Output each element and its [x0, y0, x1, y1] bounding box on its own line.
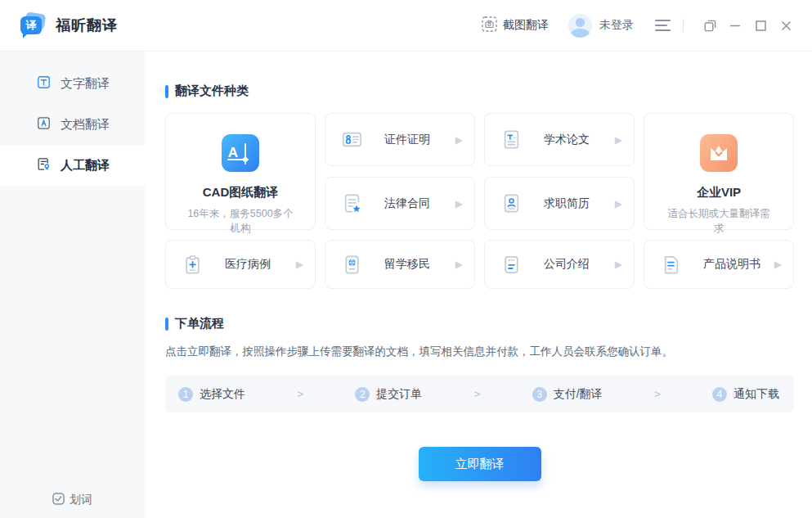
academic-paper-icon	[500, 128, 523, 151]
category-card-legal-contract[interactable]: 法律合同 ▶	[325, 177, 475, 230]
sidebar-item-human-translate[interactable]: 人工翻译	[0, 145, 145, 186]
menu-icon[interactable]	[655, 20, 671, 31]
category-card-medical-record[interactable]: 医疗病例 ▶	[165, 240, 316, 289]
title-bar: 译 福昕翻译 截图翻译 未登录	[0, 0, 812, 52]
step-arrow: >	[474, 388, 481, 400]
featured-card-subtitle: 16年来，服务5500多个机构	[186, 206, 295, 236]
featured-card-subtitle: 适合长期或大量翻译需求	[664, 206, 774, 236]
chevron-right-icon: ▶	[455, 259, 463, 270]
screenshot-camera-icon	[482, 16, 497, 34]
doc-translate-icon	[36, 115, 52, 133]
sidebar-item-label: 文档翻译	[61, 117, 110, 133]
category-card-product-manual[interactable]: 产品说明书 ▶	[644, 240, 794, 289]
main-content: 翻译文件种类 A CAD图纸翻译 16年来，服务5500多个机构	[145, 52, 812, 518]
category-label: 产品说明书	[703, 257, 760, 272]
chevron-right-icon: ▶	[455, 134, 463, 146]
category-card-company-intro[interactable]: 公司介绍 ▶	[484, 240, 635, 289]
process-description: 点击立即翻译，按照操作步骤上传需要翻译的文档，填写相关信息并付款，工作人员会联系…	[165, 345, 812, 359]
category-label: 医疗病例	[225, 257, 271, 272]
step-number-badge: 1	[178, 387, 193, 402]
close-icon[interactable]	[776, 16, 796, 35]
featured-card-title: CAD图纸翻译	[203, 185, 279, 200]
chevron-right-icon: ▶	[615, 134, 622, 146]
mini-mode-icon[interactable]	[700, 16, 720, 35]
category-label: 证件证明	[384, 133, 430, 147]
screenshot-translate-button[interactable]: 截图翻译	[482, 16, 549, 34]
minimize-icon[interactable]	[725, 16, 745, 35]
checkbox-checked-icon	[52, 493, 65, 507]
category-label: 法律合同	[384, 196, 430, 211]
human-translate-icon	[36, 156, 52, 174]
study-abroad-passport-icon	[341, 254, 363, 276]
step-submit-order: 2 提交订单	[355, 387, 422, 402]
category-label: 公司介绍	[544, 257, 590, 272]
sidebar: 文字翻译 文档翻译 人工翻译	[0, 52, 145, 518]
word-lookup-label: 划词	[70, 493, 92, 507]
sidebar-item-label: 人工翻译	[61, 158, 110, 173]
step-number-badge: 4	[712, 387, 727, 402]
step-number-badge: 2	[355, 387, 370, 402]
step-arrow: >	[654, 388, 661, 400]
category-label: 求职简历	[544, 196, 590, 211]
svg-text:A: A	[228, 145, 238, 160]
section-title: 翻译文件种类	[175, 83, 249, 99]
section-file-types: 翻译文件种类	[165, 83, 812, 99]
step-select-file: 1 选择文件	[178, 387, 245, 402]
company-intro-icon	[500, 254, 523, 276]
section-accent-bar	[165, 85, 168, 98]
chevron-right-icon: ▶	[774, 259, 782, 270]
text-translate-icon	[36, 74, 52, 92]
word-lookup-toggle[interactable]: 划词	[0, 493, 145, 507]
product-manual-icon	[660, 254, 682, 276]
chevron-right-icon: ▶	[296, 259, 303, 270]
category-card-resume[interactable]: 求职简历 ▶	[484, 177, 635, 230]
order-steps-bar: 1 选择文件 > 2 提交订单 > 3 支付/翻译 > 4 通知下载	[165, 376, 794, 412]
maximize-icon[interactable]	[751, 16, 770, 35]
step-pay-translate: 3 支付/翻译	[532, 387, 603, 402]
login-status[interactable]: 未登录	[599, 18, 634, 33]
avatar[interactable]	[568, 14, 592, 38]
vip-crown-icon	[700, 134, 738, 175]
section-accent-bar	[165, 318, 168, 331]
logo-char: 译	[20, 16, 42, 34]
resume-icon	[500, 192, 523, 214]
app-logo-icon: 译	[18, 12, 47, 38]
category-label: 学术论文	[544, 133, 590, 147]
sidebar-item-label: 文字翻译	[61, 76, 110, 92]
translate-now-button[interactable]: 立即翻译	[419, 447, 541, 481]
section-order-process: 下单流程	[165, 316, 812, 331]
category-label: 留学移民	[384, 257, 430, 272]
featured-card-cad[interactable]: A CAD图纸翻译 16年来，服务5500多个机构	[165, 113, 316, 230]
cad-translate-icon: A	[222, 134, 259, 175]
legal-contract-icon	[341, 192, 363, 214]
medical-record-icon	[182, 254, 204, 276]
step-arrow: >	[297, 388, 303, 400]
category-card-study-abroad[interactable]: 留学移民 ▶	[325, 240, 475, 289]
category-card-certificates[interactable]: 证件证明 ▶	[325, 113, 475, 166]
sidebar-item-doc-translate[interactable]: 文档翻译	[0, 104, 145, 145]
category-card-academic-paper[interactable]: 学术论文 ▶	[484, 113, 635, 166]
featured-card-title: 企业VIP	[697, 185, 741, 200]
chevron-right-icon: ▶	[615, 259, 622, 270]
step-notify-download: 4 通知下载	[712, 387, 779, 402]
screenshot-translate-label: 截图翻译	[503, 18, 549, 33]
sidebar-item-text-translate[interactable]: 文字翻译	[0, 63, 145, 104]
section-title: 下单流程	[175, 316, 224, 331]
divider	[683, 19, 684, 32]
chevron-right-icon: ▶	[615, 198, 622, 209]
step-number-badge: 3	[532, 387, 547, 402]
app-brand: 译 福昕翻译	[18, 12, 118, 38]
id-card-icon	[341, 128, 363, 151]
featured-card-vip[interactable]: 企业VIP 适合长期或大量翻译需求	[644, 113, 794, 230]
chevron-right-icon: ▶	[455, 198, 463, 209]
app-title: 福昕翻译	[56, 16, 118, 35]
